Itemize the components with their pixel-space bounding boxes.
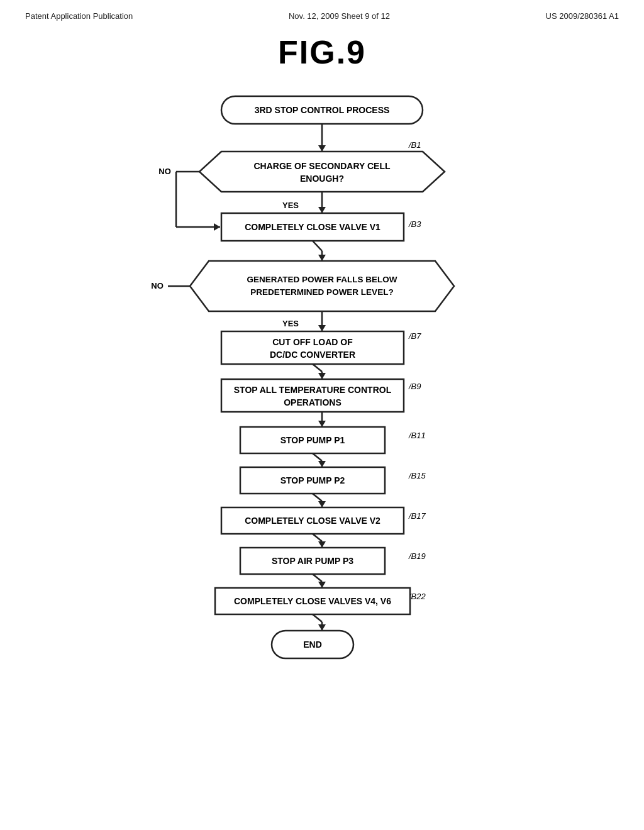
end-node-label: END: [303, 639, 322, 650]
svg-marker-36: [318, 541, 326, 548]
flowchart-diagram: 3RD STOP CONTROL PROCESS /B1 CHARGE OF S…: [102, 90, 542, 800]
b7-node-label-line1: CUT OFF LOAD OF: [272, 337, 353, 347]
b7-label: /B7: [408, 331, 421, 341]
b17-label: /B17: [408, 511, 426, 521]
b15-label: /B15: [408, 471, 426, 480]
b9-node-label-line2: OPERATIONS: [284, 397, 341, 407]
b5-node-label-line1: GENERATED POWER FALLS BELOW: [247, 275, 397, 284]
svg-marker-21: [318, 373, 326, 379]
svg-line-26: [313, 453, 322, 461]
b3-node-label: COMPLETELY CLOSE VALVE V1: [245, 222, 380, 232]
yes-label-b1: YES: [282, 201, 299, 210]
svg-marker-14: [318, 255, 326, 261]
svg-line-42: [313, 614, 322, 622]
b22-node-label: COMPLETELY CLOSE VALVES V4, V6: [234, 596, 391, 606]
no-label-b1: NO: [158, 167, 171, 176]
svg-line-38: [313, 574, 322, 582]
b22-label: /B22: [408, 592, 426, 601]
b1-node-label-line2: ENOUGH?: [300, 174, 344, 184]
b17-node-label: COMPLETELY CLOSE VALVE V2: [245, 516, 380, 526]
svg-marker-11: [214, 223, 220, 231]
b1-node-label-line1: CHARGE OF SECONDARY CELL: [253, 161, 390, 171]
svg-line-34: [313, 534, 322, 541]
svg-marker-28: [318, 461, 326, 467]
start-node-label: 3RD STOP CONTROL PROCESS: [255, 105, 390, 115]
svg-marker-40: [318, 582, 326, 588]
svg-marker-3: [318, 145, 326, 152]
b9-node-label-line1: STOP ALL TEMPERATURE CONTROL: [234, 385, 392, 395]
b11-label: /B11: [408, 431, 426, 440]
page-header: Patent Application Publication Nov. 12, …: [0, 0, 644, 27]
header-left: Patent Application Publication: [25, 11, 133, 21]
b19-label: /B19: [408, 551, 426, 561]
svg-line-30: [313, 494, 322, 501]
b3-label: /B3: [408, 219, 421, 229]
b11-node-label: STOP PUMP P1: [280, 435, 345, 445]
b7-node-label-line2: DC/DC CONVERTER: [270, 350, 355, 360]
b1-label: /B1: [408, 140, 421, 150]
svg-marker-17: [318, 325, 326, 331]
svg-marker-44: [318, 624, 326, 631]
header-right: US 2009/280361 A1: [546, 11, 619, 21]
b5-node-label-line2: PREDETERMINED POWER LEVEL?: [250, 287, 393, 297]
b9-label: /B9: [408, 382, 421, 391]
svg-marker-7: [318, 207, 326, 213]
b15-node-label: STOP PUMP P2: [280, 475, 345, 485]
svg-marker-32: [318, 501, 326, 507]
no-label-b5: NO: [151, 281, 164, 290]
svg-marker-24: [318, 421, 326, 427]
svg-line-12: [313, 241, 322, 251]
header-middle: Nov. 12, 2009 Sheet 9 of 12: [289, 11, 390, 21]
svg-line-19: [313, 364, 322, 372]
yes-label-b5: YES: [282, 319, 299, 328]
figure-title: FIG.9: [0, 33, 644, 71]
b19-node-label: STOP AIR PUMP P3: [272, 556, 353, 566]
